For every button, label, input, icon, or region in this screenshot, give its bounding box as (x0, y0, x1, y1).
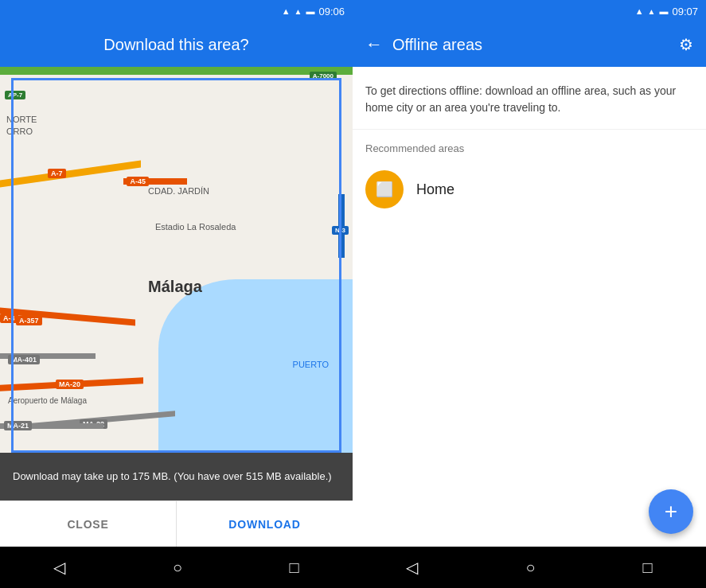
right-recent-nav-icon[interactable]: □ (642, 559, 652, 577)
settings-icon[interactable]: ⚙ (679, 35, 693, 54)
right-back-nav-icon[interactable]: ◁ (406, 558, 418, 577)
right-wifi-icon: ▲ (648, 7, 656, 16)
right-nav-bar: ◁ ○ □ (353, 547, 706, 588)
add-area-fab[interactable]: + (649, 489, 693, 534)
recent-nav-icon[interactable]: □ (290, 559, 299, 577)
action-bar: CLOSE DOWNLOAD (0, 500, 353, 547)
back-arrow-icon[interactable]: ← (365, 34, 383, 55)
right-status-bar: ▲ ▲ ▬ 09:07 (353, 0, 706, 22)
road-badge-ma21: MA-21 (4, 421, 32, 430)
map-label-malaga: Málaga (148, 278, 202, 296)
home-area-icon-letter: ⬜ (376, 181, 393, 198)
home-area-item[interactable]: ⬜ Home (353, 161, 706, 218)
map-label-norte: NORTE (6, 115, 37, 124)
signal-icon: ▲ (282, 6, 291, 16)
road-badge-a7: A-7 (48, 169, 66, 178)
battery-icon: ▬ (306, 6, 314, 16)
map-background: AP-7 A-7000 A-7 A-45 N-3 A-357 MA-401 MA… (0, 67, 353, 453)
right-content-wrapper: To get directions offline: download an o… (353, 67, 706, 588)
download-info-bar: Download may take up to 175 MB. (You hav… (0, 453, 353, 500)
road-badge-ma20: MA-20 (56, 380, 84, 389)
home-nav-icon[interactable]: ○ (173, 559, 182, 577)
road-badge-a7000: A-7000 (310, 72, 337, 80)
offline-description: To get directions offline: download an o… (353, 67, 706, 130)
close-button[interactable]: CLOSE (0, 501, 177, 547)
home-area-icon: ⬜ (365, 170, 404, 208)
left-time: 09:06 (318, 6, 345, 18)
add-icon: + (665, 500, 677, 523)
road-badge-ap7: AP-7 (5, 91, 25, 99)
left-header: Download this area? (0, 22, 353, 67)
road-badge-n331: N-3 (332, 226, 349, 235)
road-badge-a45: A-45 (127, 177, 149, 186)
right-header: ← Offline areas ⚙ (353, 22, 706, 67)
offline-description-text: To get directions offline: download an o… (365, 84, 676, 114)
wifi-icon: ▲ (294, 7, 302, 16)
map-label-orro: ORRO (6, 127, 33, 136)
left-nav-bar: ◁ ○ □ (0, 547, 353, 588)
download-button[interactable]: DOWNLOAD (177, 501, 353, 547)
left-status-bar: ▲ ▲ ▬ 09:06 (0, 0, 353, 22)
right-signal-icon: ▲ (635, 6, 644, 16)
left-header-title: Download this area? (103, 36, 248, 54)
map-label-aeropuerto: Aeropuerto de Málaga (8, 396, 87, 405)
left-panel: ▲ ▲ ▬ 09:06 Download this area? AP-7 A-7… (0, 0, 353, 588)
right-status-icons: ▲ ▲ ▬ (635, 6, 669, 16)
map-area: AP-7 A-7000 A-7 A-45 N-3 A-357 MA-401 MA… (0, 67, 353, 453)
back-nav-icon[interactable]: ◁ (53, 558, 65, 577)
road-badge-ma401: MA-401 (8, 355, 40, 364)
right-home-nav-icon[interactable]: ○ (525, 559, 535, 577)
right-battery-icon: ▬ (659, 6, 668, 16)
right-panel: ▲ ▲ ▬ 09:07 ← Offline areas ⚙ To get dir… (353, 0, 706, 588)
map-label-puerto: PUERTO (293, 360, 329, 369)
map-road-a7 (0, 161, 141, 188)
map-label-estadio: Estadio La Rosaleda (155, 222, 236, 232)
right-time: 09:07 (672, 6, 698, 18)
recommended-label: Recommended areas (353, 130, 706, 161)
road-badge-a357: A-357 (16, 316, 42, 325)
road-badge-a39: A-3 (0, 313, 18, 323)
left-status-icons: ▲ ▲ ▬ (282, 6, 315, 16)
home-area-name: Home (416, 181, 454, 198)
right-content: To get directions offline: download an o… (353, 67, 706, 547)
right-header-title: Offline areas (392, 36, 669, 54)
download-info-text: Download may take up to 175 MB. (You hav… (13, 469, 332, 485)
map-label-cdad-jardin: CDAD. JARDÍN (148, 186, 209, 196)
